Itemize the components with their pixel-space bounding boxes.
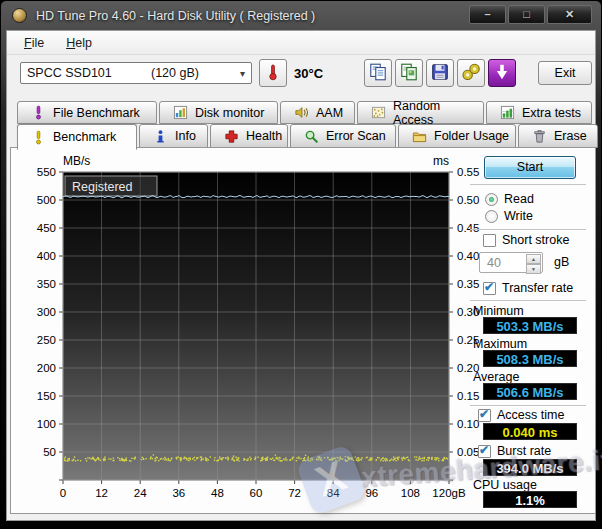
- transfer-rate-checkbox[interactable]: Transfer rate: [483, 281, 573, 295]
- average-value: 506.6 MB/s: [483, 383, 577, 400]
- checkbox-icon: [483, 282, 496, 295]
- spin-down-icon[interactable]: ▼: [526, 264, 541, 274]
- tab-extra-tests[interactable]: Extra tests: [486, 101, 592, 124]
- access-time-label: Access time: [497, 408, 564, 422]
- tab-random-access[interactable]: Random Access: [357, 101, 484, 124]
- extra-tests-icon: [499, 105, 515, 121]
- options-icon: [461, 62, 481, 85]
- drive-name: SPCC SSD101: [27, 66, 112, 80]
- chevron-down-icon: ▾: [240, 68, 245, 79]
- title-bar[interactable]: HD Tune Pro 4.60 - Hard Disk Utility ( R…: [1, 1, 601, 30]
- burst-rate-value: 394.0 MB/s: [483, 459, 577, 476]
- menu-bar: FileHelp: [7, 31, 595, 55]
- minimize-button-icon[interactable]: –: [469, 5, 506, 24]
- tab-label: Error Scan: [326, 129, 386, 143]
- tab-error-scan[interactable]: Error Scan: [290, 124, 396, 148]
- drive-selector[interactable]: SPCC SSD101 (120 gB) ▾: [20, 62, 252, 84]
- checkbox-icon: [483, 234, 496, 247]
- read-label: Read: [504, 192, 534, 206]
- save-button[interactable]: [426, 59, 454, 87]
- window-title: HD Tune Pro 4.60 - Hard Disk Utility ( R…: [36, 9, 315, 23]
- close-button-icon[interactable]: ✕: [547, 5, 592, 24]
- divider: [470, 300, 586, 301]
- app-icon: [12, 8, 27, 23]
- radio-icon: [485, 210, 498, 223]
- random-access-icon: [370, 105, 386, 121]
- download-icon: [492, 62, 512, 85]
- benchmark-panel: 550500450400350300250200150100500.550.50…: [10, 147, 596, 514]
- burst-rate-checkbox[interactable]: Burst rate: [478, 444, 551, 458]
- copy-button[interactable]: [364, 59, 392, 87]
- tab-label: Random Access: [393, 99, 483, 127]
- toolbar: SPCC SSD101 (120 gB) ▾ 30°C Exit: [7, 55, 595, 101]
- copy-icon: [368, 62, 388, 85]
- aam-icon: [293, 105, 309, 121]
- client-area: FileHelp SPCC SSD101 (120 gB) ▾ 30°C Exi…: [6, 30, 596, 521]
- tab-row-secondary: File BenchmarkDisk monitorAAMRandom Acce…: [17, 101, 592, 124]
- tab-label: AAM: [316, 106, 343, 120]
- spin-up-icon[interactable]: ▲: [526, 254, 541, 264]
- short-stroke-unit: gB: [554, 255, 569, 269]
- burst-rate-label: Burst rate: [497, 444, 551, 458]
- temperature-value: 30°C: [294, 66, 323, 81]
- tab-info[interactable]: Info: [139, 124, 208, 148]
- maximum-value: 508.3 MB/s: [483, 350, 577, 367]
- benchmark-icon: [30, 129, 46, 145]
- drive-capacity: (120 gB): [151, 66, 199, 80]
- benchmark-controls: Start Read Write Short stroke 40: [11, 148, 595, 513]
- short-stroke-checkbox[interactable]: Short stroke: [483, 233, 569, 247]
- minimum-label: Minimum: [473, 304, 524, 318]
- short-stroke-label: Short stroke: [502, 233, 569, 247]
- access-time-checkbox[interactable]: Access time: [478, 408, 564, 422]
- read-radio[interactable]: Read: [485, 192, 534, 206]
- write-radio[interactable]: Write: [485, 209, 533, 223]
- short-stroke-size-value: 40: [487, 256, 501, 270]
- exit-button[interactable]: Exit: [538, 61, 592, 85]
- tab-label: Disk monitor: [195, 106, 264, 120]
- tab-label: Info: [175, 129, 196, 143]
- options-button[interactable]: [457, 59, 485, 87]
- menu-item-file[interactable]: File: [13, 33, 55, 53]
- download-button[interactable]: [488, 59, 516, 87]
- folder-usage-icon: [411, 128, 427, 144]
- stepper-buttons: ▲ ▼: [526, 254, 541, 271]
- transfer-rate-label: Transfer rate: [502, 281, 573, 295]
- menu-item-help[interactable]: Help: [55, 33, 103, 53]
- divider: [470, 184, 586, 185]
- cpu-usage-label: CPU usage: [473, 478, 537, 492]
- start-button[interactable]: Start: [484, 156, 576, 179]
- info-icon: [152, 128, 168, 144]
- maximize-button-icon[interactable]: □: [508, 5, 545, 24]
- average-label: Average: [473, 370, 519, 384]
- tab-erase[interactable]: Erase: [518, 124, 598, 148]
- tab-benchmark[interactable]: Benchmark: [17, 124, 137, 150]
- file-benchmark-icon: [30, 105, 46, 121]
- tab-aam[interactable]: AAM: [280, 101, 355, 124]
- temperature-button[interactable]: [259, 59, 287, 87]
- save-icon: [430, 62, 450, 85]
- radio-icon: [485, 193, 498, 206]
- minimum-value: 503.3 MB/s: [483, 317, 577, 334]
- copy-image-button[interactable]: [395, 59, 423, 87]
- tab-label: Extra tests: [522, 106, 581, 120]
- checkbox-icon: [478, 445, 491, 458]
- tab-file-benchmark[interactable]: File Benchmark: [17, 101, 157, 124]
- short-stroke-size-stepper[interactable]: 40 ▲ ▼: [479, 252, 543, 273]
- tab-label: Benchmark: [53, 130, 116, 144]
- health-icon: [223, 128, 239, 144]
- write-label: Write: [504, 209, 533, 223]
- tab-label: File Benchmark: [53, 106, 140, 120]
- disk-monitor-icon: [172, 105, 188, 121]
- tab-disk-monitor[interactable]: Disk monitor: [159, 101, 278, 124]
- tab-row-primary: BenchmarkInfoHealthError ScanFolder Usag…: [17, 124, 598, 148]
- tab-folder-usage[interactable]: Folder Usage: [398, 124, 516, 148]
- app-window: HD Tune Pro 4.60 - Hard Disk Utility ( R…: [0, 0, 602, 529]
- maximum-label: Maximum: [473, 337, 527, 351]
- error-scan-icon: [303, 128, 319, 144]
- window-controls: – □ ✕: [467, 5, 592, 24]
- tab-label: Folder Usage: [434, 129, 509, 143]
- thermometer-icon: [264, 63, 282, 84]
- cpu-usage-value: 1.1%: [483, 491, 577, 508]
- divider: [470, 229, 586, 230]
- tab-health[interactable]: Health: [210, 124, 288, 148]
